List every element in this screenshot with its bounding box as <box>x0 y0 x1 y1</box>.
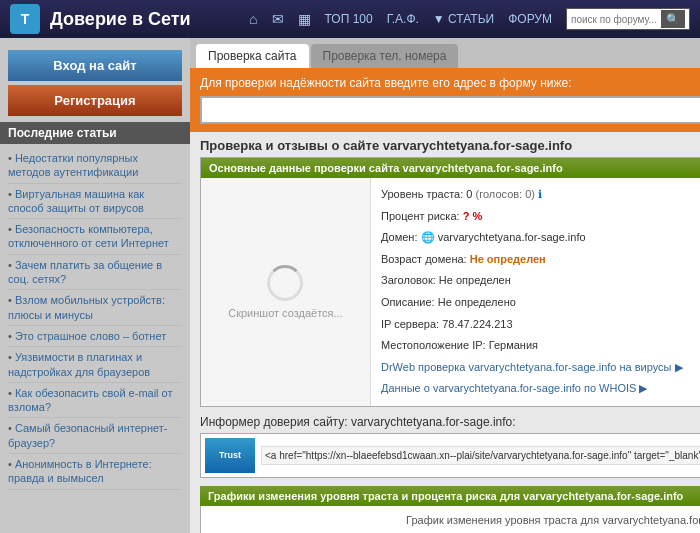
ip-row: IP сервера: 78.47.224.213 <box>381 314 700 336</box>
check-form-area: Для проверки надёжности сайта введите ег… <box>190 68 700 132</box>
informer-code[interactable]: <a href="https://xn--blaeefebsd1cwaan.xn… <box>261 446 700 465</box>
trust-level-row: Уровень траста: 0 (голосов: 0) ℹ <box>381 184 700 206</box>
home-icon[interactable]: ⌂ <box>249 11 257 27</box>
header-label: Заголовок: <box>381 274 436 286</box>
recent-articles-title: Последние статьи <box>0 122 190 144</box>
recent-articles-list: Недостатки популярных методов аутентифик… <box>0 144 190 494</box>
header-value: Не определен <box>439 274 511 286</box>
trust-info-icon[interactable]: ℹ <box>538 188 542 200</box>
risk-value: ? % <box>463 210 483 222</box>
graph-inner-title: График изменения уровня траста для varva… <box>209 514 700 526</box>
graph-area: График изменения уровня траста для varva… <box>200 506 700 533</box>
site-info-header: Основные данные проверки сайта varvarych… <box>201 158 700 178</box>
graph-header: Графики изменения уровня траста и процен… <box>200 486 700 506</box>
informer-section: Информер доверия сайту: varvarychtetyana… <box>200 415 700 478</box>
article-link[interactable]: Как обезопасить свой e-mail от взлома? <box>8 386 182 415</box>
article-link[interactable]: Анонимность в Интернете: правда и вымысе… <box>8 457 182 486</box>
trust-level-label: Уровень траста: <box>381 188 463 200</box>
content: Проверка сайта Проверка тел. номера Для … <box>190 38 700 533</box>
whois-link[interactable]: Данные о varvarychtetyana.for-sage.info … <box>381 382 647 394</box>
site-info-box: Основные данные проверки сайта varvarych… <box>200 157 700 407</box>
site-info-body: Скриншот создаётся... Уровень траста: 0 … <box>201 178 700 406</box>
sidebar: Вход на сайт Регистрация Последние стать… <box>0 38 190 533</box>
search-input[interactable] <box>571 14 661 25</box>
age-label: Возраст домена: <box>381 253 467 265</box>
site-title: Доверие в Сети <box>50 9 239 30</box>
ip-label: IP сервера: <box>381 318 439 330</box>
search-button[interactable]: 🔍 <box>661 10 685 28</box>
logo-icon: Т <box>10 4 40 34</box>
header-row: Заголовок: Не определен <box>381 270 700 292</box>
domain-row: Домен: 🌐 varvarychtetyana.for-sage.info <box>381 227 700 249</box>
search-box: 🔍 <box>566 8 690 30</box>
forum-link[interactable]: ФОРУМ <box>508 12 552 26</box>
age-value: Не определен <box>470 253 546 265</box>
article-link[interactable]: Безопасность компьютера, отключенного от… <box>8 222 182 251</box>
tab-check-phone[interactable]: Проверка тел. номера <box>311 44 459 68</box>
drweb-row[interactable]: DrWeb проверка varvarychtetyana.for-sage… <box>381 357 700 379</box>
trust-votes: (голосов: 0) <box>476 188 535 200</box>
article-link[interactable]: Зачем платить за общение в соц. сетях? <box>8 258 182 287</box>
article-link[interactable]: Взлом мобильных устройств: плюсы и минус… <box>8 293 182 322</box>
description-row: Описание: Не определено <box>381 292 700 314</box>
ip-value: 78.47.224.213 <box>442 318 512 330</box>
description-value: Не определено <box>438 296 516 308</box>
age-row: Возраст домена: Не определен <box>381 249 700 271</box>
results-title: Проверка и отзывы о сайте varvarychtetya… <box>200 138 700 153</box>
graph-section: Графики изменения уровня траста и процен… <box>200 486 700 533</box>
mail-icon[interactable]: ✉ <box>272 11 284 27</box>
check-form-row: ПРОВЕРКА САЙТА <box>200 96 700 124</box>
top100-link[interactable]: ТОП 100 <box>325 12 373 26</box>
faq-link[interactable]: Г.А.Ф. <box>387 12 419 26</box>
tabs: Проверка сайта Проверка тел. номера <box>190 38 700 68</box>
risk-row: Процент риска: ? % <box>381 206 700 228</box>
domain-label: Домен: <box>381 231 418 243</box>
site-details: Уровень траста: 0 (голосов: 0) ℹ Процент… <box>371 178 700 406</box>
article-link[interactable]: Виртуальная машина как способ защиты от … <box>8 187 182 216</box>
header: Т Доверие в Сети ⌂ ✉ ▦ ТОП 100 Г.А.Ф. ▼ … <box>0 0 700 38</box>
url-input[interactable] <box>200 96 700 124</box>
login-button[interactable]: Вход на сайт <box>8 50 182 81</box>
location-value: Германия <box>489 339 538 351</box>
screenshot-area: Скриншот создаётся... <box>201 178 371 406</box>
article-link[interactable]: Недостатки популярных методов аутентифик… <box>8 151 182 180</box>
article-link[interactable]: Самый безопасный интернет-браузер? <box>8 421 182 450</box>
trust-level-value: 0 <box>466 188 472 200</box>
drweb-link[interactable]: DrWeb проверка varvarychtetyana.for-sage… <box>381 361 683 373</box>
informer-logo: Trust <box>205 438 255 473</box>
informer-box: Trust <a href="https://xn--blaeefebsd1cw… <box>200 433 700 478</box>
domain-value: varvarychtetyana.for-sage.info <box>438 231 586 243</box>
articles-link[interactable]: ▼ СТАТЬИ <box>433 12 494 26</box>
location-label: Местоположение IP: <box>381 339 486 351</box>
grid-icon[interactable]: ▦ <box>298 11 311 27</box>
whois-row[interactable]: Данные о varvarychtetyana.for-sage.info … <box>381 378 700 400</box>
article-link[interactable]: Это страшное слово – ботнет <box>8 329 182 343</box>
location-row: Местоположение IP: Германия <box>381 335 700 357</box>
check-form-label: Для проверки надёжности сайта введите ег… <box>200 76 700 90</box>
domain-icon: 🌐 <box>421 231 435 243</box>
register-button[interactable]: Регистрация <box>8 85 182 116</box>
main-layout: Вход на сайт Регистрация Последние стать… <box>0 38 700 533</box>
screenshot-label: Скриншот создаётся... <box>228 307 343 319</box>
nav-links: ⌂ ✉ ▦ ТОП 100 Г.А.Ф. ▼ СТАТЬИ ФОРУМ 🔍 <box>249 8 690 30</box>
risk-label: Процент риска: <box>381 210 460 222</box>
tab-check-site[interactable]: Проверка сайта <box>196 44 309 68</box>
spinner: Скриншот создаётся... <box>228 265 343 319</box>
description-label: Описание: <box>381 296 435 308</box>
results-area: Проверка и отзывы о сайте varvarychtetya… <box>190 132 700 533</box>
informer-title: Информер доверия сайту: varvarychtetyana… <box>200 415 700 429</box>
article-link[interactable]: Уязвимости в плагинах и надстройках для … <box>8 350 182 379</box>
